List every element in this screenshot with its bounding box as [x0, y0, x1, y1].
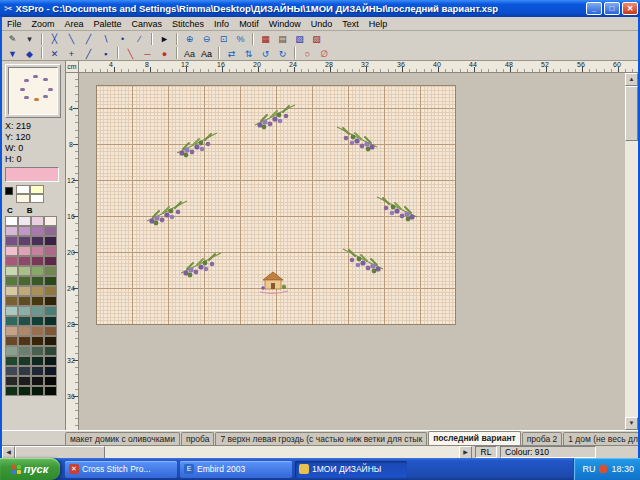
palette-swatch[interactable]: [5, 326, 18, 336]
menu-help[interactable]: Help: [364, 19, 393, 29]
palette-swatch[interactable]: [44, 386, 57, 396]
scroll-up-icon[interactable]: ▲: [625, 73, 638, 86]
select-arrow-tool-icon[interactable]: ►: [157, 32, 172, 45]
design-tab[interactable]: проба 2: [522, 432, 563, 445]
menu-palette[interactable]: Palette: [89, 19, 127, 29]
design-preview[interactable]: [8, 67, 58, 115]
motif-library-icon[interactable]: ▦: [258, 32, 273, 45]
zoom-percent-icon[interactable]: %: [233, 32, 248, 45]
design-tab[interactable]: проба: [181, 432, 214, 445]
start-button[interactable]: пуск: [0, 458, 60, 480]
palette-swatch[interactable]: [18, 376, 31, 386]
straight-stitch-icon[interactable]: ─: [140, 47, 155, 60]
palette-swatch[interactable]: [31, 296, 44, 306]
palette-swatch[interactable]: [18, 386, 31, 396]
palette-swatch[interactable]: [5, 246, 18, 256]
french-knot-tool-icon[interactable]: •: [115, 32, 130, 45]
menu-info[interactable]: Info: [209, 19, 234, 29]
palette-swatch[interactable]: [31, 326, 44, 336]
language-indicator[interactable]: RU: [582, 464, 595, 474]
palette-swatch[interactable]: [44, 366, 57, 376]
menu-canvas[interactable]: Canvas: [127, 19, 168, 29]
palette-swatch[interactable]: [31, 246, 44, 256]
palette-swatch[interactable]: [44, 376, 57, 386]
palette-swatch[interactable]: [18, 326, 31, 336]
design-tab[interactable]: макет домик с оливочками: [65, 432, 180, 445]
text-large-icon[interactable]: Aa: [199, 47, 214, 60]
half-stitch-nw-tool-icon[interactable]: ╲: [64, 32, 79, 45]
palette-swatch[interactable]: [31, 366, 44, 376]
palette-swatch[interactable]: [18, 216, 31, 226]
palette-swatch[interactable]: [44, 266, 57, 276]
palette-swatch[interactable]: [31, 306, 44, 316]
pencil-tool-icon[interactable]: ✎: [5, 32, 20, 45]
palette-swatch[interactable]: [18, 256, 31, 266]
design-tab[interactable]: 1 дом (не весь для стыковки): [563, 432, 638, 445]
taskbar-task[interactable]: ✕Cross Stitch Pro...: [65, 461, 177, 478]
thread-palette-icon[interactable]: ▨: [309, 32, 324, 45]
palette-swatch[interactable]: [5, 376, 18, 386]
text-small-icon[interactable]: Aa: [182, 47, 197, 60]
palette-swatch[interactable]: [18, 236, 31, 246]
backstitch-red-icon[interactable]: ╲: [123, 47, 138, 60]
knot-red-icon[interactable]: ●: [157, 47, 172, 60]
palette-swatch[interactable]: [5, 386, 18, 396]
menu-motif[interactable]: Motif: [234, 19, 264, 29]
palette-swatch[interactable]: [18, 356, 31, 366]
stitch-cross-icon[interactable]: +: [64, 47, 79, 60]
palette-swatch[interactable]: [31, 266, 44, 276]
horizontal-scrollbar[interactable]: ◀ ▶: [2, 446, 472, 459]
palette-swatch[interactable]: [5, 266, 18, 276]
palette-swatch[interactable]: [5, 306, 18, 316]
palette-swatch[interactable]: [5, 256, 18, 266]
quick-color-swatch[interactable]: [16, 194, 30, 203]
palette-swatch[interactable]: [31, 216, 44, 226]
menu-text[interactable]: Text: [337, 19, 364, 29]
palette-swatch[interactable]: [18, 336, 31, 346]
palette-swatch[interactable]: [31, 276, 44, 286]
palette-swatch[interactable]: [31, 226, 44, 236]
palette-swatch[interactable]: [18, 366, 31, 376]
palette-swatch[interactable]: [31, 356, 44, 366]
quick-color-swatch[interactable]: [30, 185, 44, 194]
palette-swatch[interactable]: [31, 316, 44, 326]
palette-swatch[interactable]: [5, 286, 18, 296]
palette-swatch[interactable]: [44, 246, 57, 256]
palette-swatch[interactable]: [5, 216, 18, 226]
palette-swatch[interactable]: [31, 346, 44, 356]
fill-tool-icon[interactable]: ◆: [22, 47, 37, 60]
palette-swatch[interactable]: [44, 286, 57, 296]
palette-swatch[interactable]: [18, 286, 31, 296]
palette-swatch[interactable]: [31, 386, 44, 396]
maximize-button[interactable]: □: [604, 2, 620, 15]
scroll-down-icon[interactable]: ▼: [625, 417, 638, 430]
palette-swatch[interactable]: [44, 216, 57, 226]
no-color-icon[interactable]: ∅: [317, 47, 332, 60]
palette-swatch[interactable]: [44, 346, 57, 356]
palette-marker[interactable]: [5, 187, 13, 195]
quick-color-swatch[interactable]: [16, 185, 30, 194]
grid-toggle-icon[interactable]: ▤: [275, 32, 290, 45]
palette-swatch[interactable]: [18, 316, 31, 326]
quick-color-swatch[interactable]: [30, 194, 44, 203]
line-tool-icon[interactable]: ∕: [132, 32, 147, 45]
stitch-half-icon[interactable]: ╱: [81, 47, 96, 60]
stitch-x-icon[interactable]: ✕: [47, 47, 62, 60]
menu-file[interactable]: File: [2, 19, 27, 29]
highlight-color-icon[interactable]: ○: [300, 47, 315, 60]
status-mode[interactable]: RL: [475, 446, 497, 458]
vertical-scrollbar[interactable]: ▲ ▼: [625, 73, 638, 430]
palette-swatch[interactable]: [44, 256, 57, 266]
menu-window[interactable]: Window: [264, 19, 306, 29]
minimize-button[interactable]: _: [586, 2, 602, 15]
zoom-out-icon[interactable]: ⊖: [199, 32, 214, 45]
palette-swatch[interactable]: [31, 286, 44, 296]
full-stitch-tool-icon[interactable]: ╳: [47, 32, 62, 45]
palette-swatch[interactable]: [31, 236, 44, 246]
palette-swatch[interactable]: [18, 266, 31, 276]
zoom-in-icon[interactable]: ⊕: [182, 32, 197, 45]
menu-area[interactable]: Area: [60, 19, 89, 29]
palette-swatch[interactable]: [5, 356, 18, 366]
stitch-canvas[interactable]: ▲ ▼: [79, 73, 638, 430]
palette-swatch[interactable]: [5, 346, 18, 356]
